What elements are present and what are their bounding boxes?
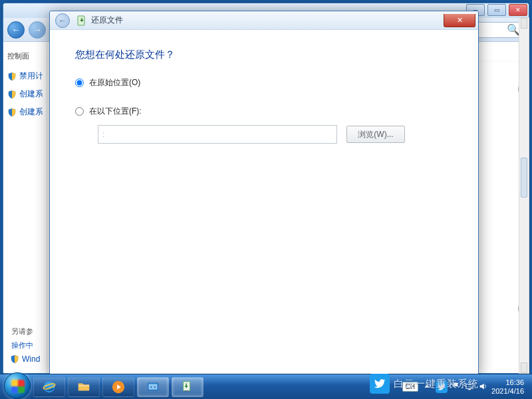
sidebar-link-2-label: 创建系 <box>19 88 43 100</box>
taskbar-media-button[interactable] <box>102 377 134 397</box>
sidebar-link-2[interactable]: 创建系 <box>7 88 43 100</box>
sidebar-footer-link-1[interactable]: 操作中 <box>11 340 40 350</box>
shield-icon <box>7 90 17 99</box>
svg-point-6 <box>150 386 152 387</box>
radio-following-location[interactable]: 在以下位置(F): <box>75 106 453 117</box>
svg-point-7 <box>154 386 156 387</box>
dialog-title-text: 还原文件 <box>91 15 123 26</box>
clock-date: 2021/4/16 <box>491 387 524 396</box>
language-indicator[interactable]: CH <box>402 382 418 392</box>
radio-original-label: 在原始位置(O) <box>89 77 140 88</box>
clock-time: 16:36 <box>491 378 524 387</box>
restore-file-icon <box>76 15 87 26</box>
shield-icon <box>7 72 17 81</box>
dialog-back-button[interactable]: ← <box>55 13 70 28</box>
sidebar-header: 控制面 <box>7 51 43 61</box>
taskbar-control-panel-button[interactable] <box>137 377 169 397</box>
ie-icon <box>42 380 57 394</box>
tray-flag-icon[interactable] <box>452 382 461 392</box>
control-panel-icon <box>146 380 160 394</box>
taskbar-explorer-button[interactable] <box>68 377 100 397</box>
media-player-icon <box>111 380 126 394</box>
sidebar-footer-link-2[interactable]: Wind <box>10 354 40 364</box>
dialog-titlebar: ← 还原文件 ✕ <box>50 11 478 30</box>
svg-rect-10 <box>468 388 471 390</box>
taskbar-clock[interactable]: 16:36 2021/4/16 <box>491 378 524 395</box>
restore-files-dialog: ← 还原文件 ✕ 您想在何处还原文件？ 在原始位置(O) 在以下位置(F): 浏… <box>49 11 479 375</box>
taskbar-restore-button[interactable] <box>172 377 203 397</box>
tray-up-icon[interactable] <box>422 382 432 392</box>
sidebar-link-1[interactable]: 禁用计 <box>7 70 43 82</box>
sidebar-link-3-label: 创建系 <box>19 106 43 118</box>
restore-icon <box>180 380 195 394</box>
folder-icon <box>76 380 91 394</box>
nav-forward-button[interactable]: → <box>29 21 46 39</box>
sidebar-footer: 另请参 操作中 Wind <box>11 327 40 364</box>
shield-icon <box>7 108 17 117</box>
shield-icon <box>10 354 19 364</box>
nav-back-button[interactable]: ← <box>7 21 25 39</box>
tray-volume-icon[interactable] <box>478 382 487 392</box>
system-tray: CH 16:36 2021/4/16 <box>402 378 528 395</box>
radio-following-input[interactable] <box>75 107 84 116</box>
dialog-body: 您想在何处还原文件？ 在原始位置(O) 在以下位置(F): 浏览(W)... <box>50 30 478 162</box>
tray-app-icon[interactable] <box>436 381 448 393</box>
sidebar-footer-label: 另请参 <box>11 327 40 336</box>
radio-original-location[interactable]: 在原始位置(O) <box>75 77 453 88</box>
browse-button[interactable]: 浏览(W)... <box>346 126 405 143</box>
taskbar-ie-button[interactable] <box>33 377 65 397</box>
sidebar-link-1-label: 禁用计 <box>19 70 43 82</box>
search-icon: 🔍 <box>507 23 520 36</box>
tray-network-icon[interactable] <box>465 382 474 392</box>
svg-rect-5 <box>149 384 158 389</box>
path-row: 浏览(W)... <box>98 125 453 144</box>
vertical-scrollbar[interactable] <box>519 17 529 374</box>
svg-rect-9 <box>466 384 473 388</box>
explorer-maximize-button[interactable]: ▭ <box>487 4 506 16</box>
sidebar-link-3[interactable]: 创建系 <box>7 106 43 118</box>
control-panel-sidebar: 控制面 禁用计 创建系 创建系 另请参 操作中 Wind <box>3 42 47 373</box>
dialog-close-button[interactable]: ✕ <box>444 14 475 27</box>
explorer-close-button[interactable]: ✕ <box>509 4 527 16</box>
radio-original-input[interactable] <box>75 78 84 87</box>
scrollbar-thumb[interactable] <box>521 158 527 198</box>
radio-following-label: 在以下位置(F): <box>89 106 142 117</box>
taskbar: CH 16:36 2021/4/16 <box>0 374 532 399</box>
restore-path-input[interactable] <box>98 125 337 144</box>
start-button[interactable] <box>4 372 31 399</box>
dialog-heading: 您想在何处还原文件？ <box>75 49 453 61</box>
